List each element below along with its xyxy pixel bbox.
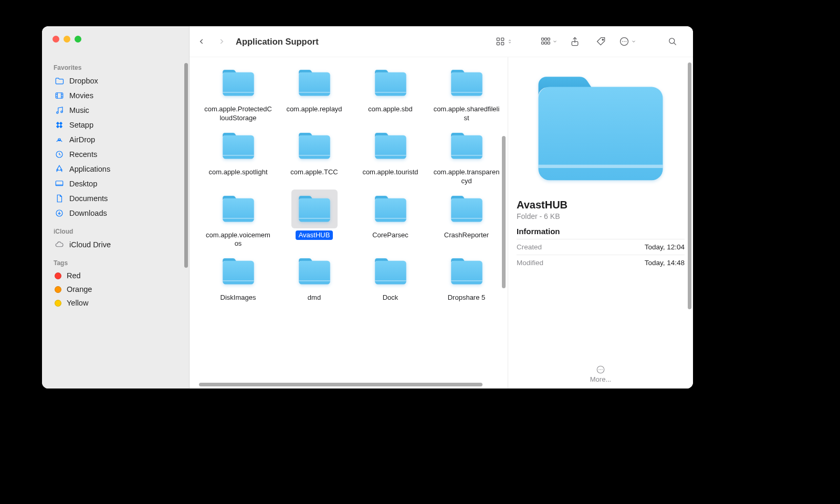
info-key: Modified (517, 259, 543, 267)
sidebar-section-header: iCloud (49, 220, 183, 237)
sidebar-item[interactable]: Music (49, 103, 183, 118)
file-item[interactable]: com.apple.spotlight (200, 127, 276, 186)
window-controls (42, 26, 189, 57)
file-item[interactable]: com.apple.TCC (276, 127, 352, 186)
file-item-label: DiskImages (217, 293, 259, 303)
sidebar-item[interactable]: Dropbox (49, 74, 183, 88)
search-icon (667, 36, 678, 47)
view-mode-button[interactable] (492, 34, 514, 49)
more-button[interactable]: More... (517, 365, 685, 385)
folder-icon (215, 64, 261, 102)
setapp-icon (55, 120, 64, 130)
file-item[interactable]: CrashReporter (428, 190, 505, 249)
file-item[interactable]: com.apple.voicememos (200, 190, 276, 249)
sidebar-item[interactable]: iCloud Drive (49, 237, 183, 252)
file-scrollbar[interactable] (502, 136, 506, 288)
sidebar: FavoritesDropboxMoviesMusicSetappAirDrop… (42, 26, 190, 388)
sidebar-item[interactable]: Applications (49, 162, 183, 176)
back-button[interactable] (194, 34, 209, 49)
sidebar-item[interactable]: Setapp (49, 118, 183, 132)
preview-subtitle: Folder - 6 KB (517, 212, 685, 220)
file-item[interactable]: dmd (276, 252, 352, 303)
file-item[interactable]: CoreParsec (352, 190, 428, 249)
sidebar-item[interactable]: Recents (49, 147, 183, 162)
folder-icon (444, 64, 490, 102)
tags-button[interactable] (590, 34, 612, 49)
folder-icon (444, 190, 490, 228)
preview-icon (524, 69, 677, 190)
sidebar-item-label: Music (69, 106, 89, 114)
airdrop-icon (55, 135, 64, 144)
sidebar-item-label: Yellow (67, 299, 88, 307)
file-item-label: com.apple.spotlight (205, 167, 270, 177)
sidebar-scrollbar[interactable] (184, 63, 188, 268)
tag-dot-icon (55, 272, 61, 279)
maximize-button[interactable] (75, 36, 81, 43)
sidebar-item-label: iCloud Drive (69, 240, 111, 249)
preview-title: AvastHUB (517, 199, 685, 211)
sidebar-list: FavoritesDropboxMoviesMusicSetappAirDrop… (42, 57, 189, 388)
file-item[interactable]: com.apple.sbd (352, 64, 428, 123)
share-button[interactable] (564, 34, 586, 49)
file-h-scrollbar[interactable] (199, 383, 482, 386)
group-icon (540, 36, 551, 47)
file-item-label: Dock (380, 293, 402, 303)
folder-icon (215, 252, 261, 291)
sidebar-item[interactable]: Red (49, 269, 183, 282)
file-item[interactable]: com.apple.touristd (352, 127, 428, 186)
updown-icon (507, 39, 512, 44)
tag-dot-icon (55, 286, 61, 293)
file-item-label: com.apple.transparencyd (429, 167, 504, 186)
file-item[interactable]: AvastHUB (276, 190, 352, 249)
folder-icon (215, 190, 261, 228)
sidebar-item[interactable]: Movies (49, 88, 183, 103)
sidebar-item[interactable]: Desktop (49, 176, 183, 191)
minimize-button[interactable] (64, 36, 70, 43)
file-item[interactable]: Dock (352, 252, 428, 303)
actions-button[interactable] (616, 34, 638, 49)
close-button[interactable] (52, 36, 59, 43)
chevron-down-icon (552, 39, 558, 44)
folder-icon (291, 252, 338, 291)
recents-icon (55, 150, 64, 159)
file-grid-area[interactable]: com.apple.ProtectedCloudStoragecom.apple… (190, 57, 508, 388)
sidebar-item[interactable]: Downloads (49, 206, 183, 220)
preview-scrollbar[interactable] (688, 62, 691, 309)
info-value: Today, 12:04 (645, 243, 685, 251)
file-item[interactable]: com.apple.ProtectedCloudStorage (200, 64, 276, 123)
file-item[interactable]: com.apple.replayd (276, 64, 352, 123)
folder-icon (368, 127, 414, 165)
search-button[interactable] (662, 34, 684, 49)
sidebar-section-header: Tags (49, 252, 183, 269)
sidebar-item-label: Documents (69, 194, 108, 203)
file-item-label: dmd (304, 293, 324, 303)
tag-icon (596, 36, 606, 47)
folder-icon (291, 190, 338, 228)
grid-icon (495, 36, 506, 47)
file-item[interactable]: com.apple.sharedfilelist (428, 64, 505, 123)
file-item-label: com.apple.touristd (359, 167, 421, 177)
folder-icon (291, 64, 338, 102)
sidebar-item[interactable]: Orange (49, 282, 183, 296)
info-key: Created (517, 243, 542, 251)
file-item-label: CoreParsec (369, 230, 412, 240)
file-item-label: com.apple.sharedfilelist (429, 104, 504, 123)
group-by-button[interactable] (538, 34, 560, 49)
file-item[interactable]: Dropshare 5 (428, 252, 505, 303)
applications-icon (55, 164, 64, 174)
file-item[interactable]: DiskImages (200, 252, 276, 303)
sidebar-item[interactable]: Documents (49, 191, 183, 206)
folder-icon (368, 252, 414, 291)
folder-icon (368, 190, 414, 228)
share-icon (570, 36, 580, 47)
forward-button[interactable] (214, 34, 229, 49)
tag-dot-icon (55, 300, 61, 307)
sidebar-item[interactable]: Yellow (49, 296, 183, 310)
window-title: Application Support (236, 37, 319, 47)
music-icon (55, 106, 64, 115)
folder-icon (368, 64, 414, 102)
file-item[interactable]: com.apple.transparencyd (428, 127, 505, 186)
folder-icon (527, 71, 674, 187)
sidebar-item[interactable]: AirDrop (49, 132, 183, 147)
file-item-label: com.apple.TCC (287, 167, 341, 177)
